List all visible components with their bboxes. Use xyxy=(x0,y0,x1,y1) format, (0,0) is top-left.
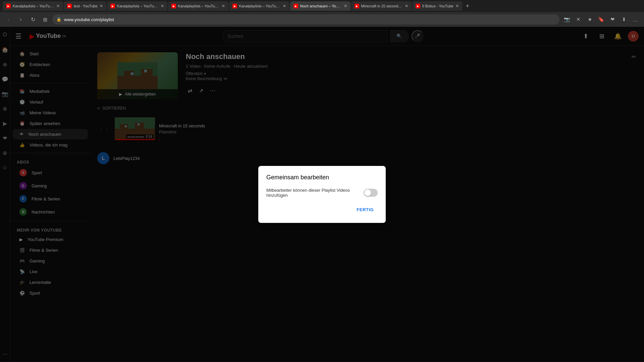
tab-close-3[interactable]: ✕ xyxy=(161,4,164,8)
tab-close-4[interactable]: ✕ xyxy=(222,4,225,8)
tab-close-7[interactable]: ✕ xyxy=(405,4,408,8)
tab-favicon-5: ▶ xyxy=(232,4,237,8)
tab-title-1: Kanalplaylists – YouTube S… xyxy=(13,4,54,8)
tab-3[interactable]: ▶ Kanalplaylists – YouTube S… ✕ xyxy=(107,1,167,11)
browser-action-4[interactable]: 🔖 xyxy=(596,15,606,24)
tab-title-2: test - YouTube xyxy=(74,4,98,8)
tab-close-8[interactable]: ✕ xyxy=(455,4,459,8)
tab-close-2[interactable]: ✕ xyxy=(100,4,103,8)
dialog-actions: FERTIG xyxy=(266,204,378,215)
tab-favicon-6: ▶ xyxy=(293,4,298,8)
tab-favicon-8: ▶ xyxy=(416,4,420,8)
lock-icon: 🔒 xyxy=(56,17,61,22)
tab-6[interactable]: ▶ Noch anschauen – YouTube … ✕ xyxy=(290,1,351,11)
tab-close-6[interactable]: ✕ xyxy=(344,4,347,8)
browser-action-3[interactable]: ★ xyxy=(585,15,594,24)
dialog-row: Mitbearbeiter können dieser Playlist Vid… xyxy=(266,188,378,198)
address-bar[interactable]: 🔒 www.youtube.com/playlist xyxy=(52,14,559,24)
tab-favicon-2: ▶ xyxy=(67,4,72,8)
tab-bar: ▶ Kanalplaylists – YouTube S… ✕ ▶ test -… xyxy=(0,0,644,12)
tab-title-4: Kanalplaylists – YouTube S… xyxy=(178,4,220,8)
browser-action-5[interactable]: ❤ xyxy=(608,15,617,24)
tab-favicon-7: ▶ xyxy=(355,4,359,8)
browser-toolbar: ‹ › ↻ ⊞ 🔒 www.youtube.com/playlist 📷 ✕ ★… xyxy=(0,12,644,27)
toggle-thumb xyxy=(364,189,371,196)
tab-close-5[interactable]: ✕ xyxy=(283,4,286,8)
done-button[interactable]: FERTIG xyxy=(353,204,378,215)
tab-favicon-4: ▶ xyxy=(171,4,176,8)
home-button[interactable]: ⊞ xyxy=(40,15,50,24)
dialog-overlay: Gemeinsam bearbeiten Mitbearbeiter könne… xyxy=(0,27,644,362)
browser-action-6[interactable]: ⬇ xyxy=(619,15,629,24)
tab-7[interactable]: ▶ Minecraft in 15 seconds … ✕ xyxy=(351,1,412,11)
tab-title-3: Kanalplaylists – YouTube S… xyxy=(117,4,159,8)
tab-favicon-1: ▶ xyxy=(6,4,11,8)
browser-action-7[interactable]: … xyxy=(631,15,640,24)
tab-favicon-3: ▶ xyxy=(110,4,115,8)
collaborator-toggle[interactable] xyxy=(364,189,378,197)
tab-title-6: Noch anschauen – YouTube … xyxy=(300,4,342,8)
tab-title-5: Kanalplaylists – YouTube S… xyxy=(239,4,281,8)
browser-chrome: ▶ Kanalplaylists – YouTube S… ✕ ▶ test -… xyxy=(0,0,644,27)
tab-title-8: 0 Bobux - YouTube xyxy=(422,4,453,8)
tab-2[interactable]: ▶ test - YouTube ✕ xyxy=(64,1,106,11)
reload-button[interactable]: ↻ xyxy=(28,15,38,24)
forward-button[interactable]: › xyxy=(16,15,25,24)
new-tab-button[interactable]: + xyxy=(463,1,472,11)
address-text: www.youtube.com/playlist xyxy=(64,17,114,22)
tab-4[interactable]: ▶ Kanalplaylists – YouTube S… ✕ xyxy=(168,1,228,11)
tab-close-1[interactable]: ✕ xyxy=(56,4,60,8)
tab-8[interactable]: ▶ 0 Bobux - YouTube ✕ xyxy=(412,1,462,11)
browser-action-1[interactable]: 📷 xyxy=(562,15,572,24)
dialog-toggle-label: Mitbearbeiter können dieser Playlist Vid… xyxy=(266,188,364,198)
tab-5[interactable]: ▶ Kanalplaylists – YouTube S… ✕ xyxy=(229,1,289,11)
tab-1[interactable]: ▶ Kanalplaylists – YouTube S… ✕ xyxy=(3,1,63,11)
back-button[interactable]: ‹ xyxy=(4,15,13,24)
tab-title-7: Minecraft in 15 seconds … xyxy=(361,4,403,8)
browser-action-2[interactable]: ✕ xyxy=(574,15,583,24)
dialog-title: Gemeinsam bearbeiten xyxy=(266,174,378,181)
dialog: Gemeinsam bearbeiten Mitbearbeiter könne… xyxy=(258,166,386,223)
